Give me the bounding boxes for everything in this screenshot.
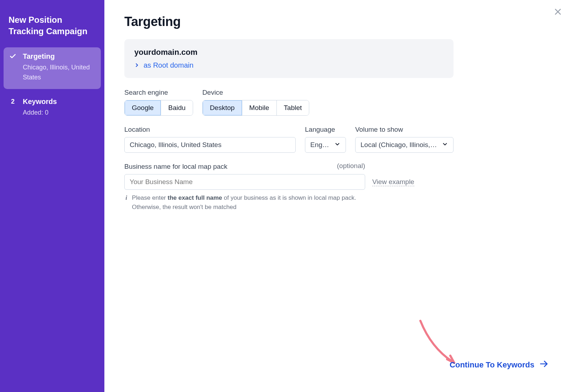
step-subtext: Added: 0 bbox=[23, 108, 96, 118]
language-value: English bbox=[310, 141, 331, 149]
view-example-link[interactable]: View example bbox=[372, 178, 414, 186]
device-option-mobile[interactable]: Mobile bbox=[242, 100, 277, 115]
step-label: Targeting bbox=[23, 52, 55, 61]
language-field: Language English bbox=[305, 126, 346, 153]
business-name-input-text[interactable] bbox=[130, 178, 360, 186]
chevron-right-icon bbox=[134, 61, 139, 69]
location-field: Location bbox=[124, 126, 296, 153]
field-label: Volume to show bbox=[355, 126, 454, 134]
step-keywords[interactable]: 2 Keywords Added: 0 bbox=[4, 93, 101, 124]
search-engine-option-baidu[interactable]: Baidu bbox=[161, 100, 193, 115]
close-button[interactable] bbox=[551, 6, 564, 19]
search-engine-field: Search engine Google Baidu bbox=[124, 89, 193, 116]
location-input[interactable] bbox=[124, 137, 296, 153]
search-engine-group: Google Baidu bbox=[124, 100, 193, 116]
business-name-input[interactable] bbox=[124, 174, 365, 190]
helper-text-content: Please enter the exact full name of your… bbox=[132, 193, 365, 211]
app-root: New Position Tracking Campaign Targeting… bbox=[0, 0, 570, 392]
domain-type-link[interactable]: as Root domain bbox=[134, 61, 193, 69]
field-label: Device bbox=[202, 89, 309, 96]
field-label: Location bbox=[124, 126, 296, 134]
device-option-desktop[interactable]: Desktop bbox=[203, 100, 242, 115]
volume-field: Volume to show Local (Chicago, Illinois,… bbox=[355, 126, 454, 153]
check-icon bbox=[9, 53, 17, 60]
continue-label: Continue To Keywords bbox=[450, 360, 534, 370]
step-subtext: Chicago, Illinois, United States bbox=[23, 63, 96, 83]
page-title: Targeting bbox=[124, 14, 549, 29]
domain-card: yourdomain.com as Root domain bbox=[124, 39, 454, 78]
wizard-sidebar: New Position Tracking Campaign Targeting… bbox=[0, 0, 104, 392]
field-label: Language bbox=[305, 126, 346, 134]
step-targeting[interactable]: Targeting Chicago, Illinois, United Stat… bbox=[4, 47, 101, 89]
field-label: Search engine bbox=[124, 89, 193, 96]
chevron-down-icon bbox=[334, 141, 341, 149]
close-icon bbox=[554, 7, 562, 17]
language-select[interactable]: English bbox=[305, 137, 346, 153]
step-label: Keywords bbox=[23, 98, 57, 106]
domain-name: yourdomain.com bbox=[134, 48, 444, 57]
step-number: 2 bbox=[9, 98, 17, 105]
search-engine-option-google[interactable]: Google bbox=[125, 100, 161, 115]
main-panel: Targeting yourdomain.com as Root domain … bbox=[104, 0, 570, 392]
volume-value: Local (Chicago, Illinois, … bbox=[361, 141, 438, 149]
helper-text: i Please enter the exact full name of yo… bbox=[124, 193, 365, 211]
device-group: Desktop Mobile Tablet bbox=[202, 100, 309, 116]
device-option-tablet[interactable]: Tablet bbox=[277, 100, 309, 115]
volume-select[interactable]: Local (Chicago, Illinois, … bbox=[355, 137, 454, 153]
arrow-right-icon bbox=[539, 359, 549, 371]
location-input-text[interactable] bbox=[130, 141, 290, 149]
info-icon: i bbox=[124, 193, 128, 211]
device-field: Device Desktop Mobile Tablet bbox=[202, 89, 309, 116]
optional-label: (optional) bbox=[337, 162, 365, 170]
domain-type-text: as Root domain bbox=[144, 61, 193, 69]
chevron-down-icon bbox=[442, 141, 448, 149]
business-name-label: Business name for local map pack bbox=[124, 163, 227, 171]
sidebar-title: New Position Tracking Campaign bbox=[4, 14, 101, 47]
form-grid: Search engine Google Baidu Device Deskto… bbox=[124, 89, 454, 211]
continue-to-keywords-button[interactable]: Continue To Keywords bbox=[450, 359, 549, 371]
